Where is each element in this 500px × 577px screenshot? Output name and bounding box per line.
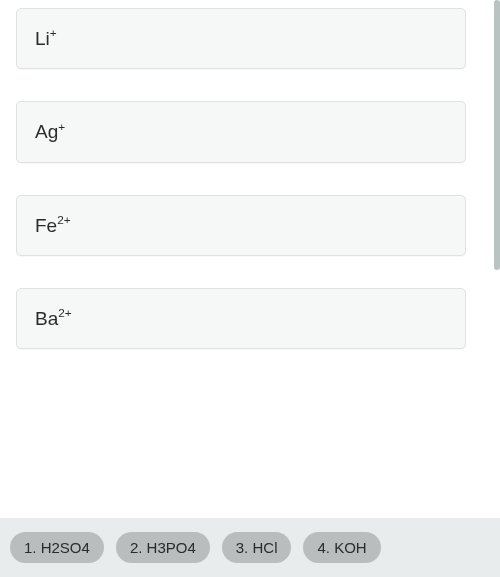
option-chip-4[interactable]: 4. KOH xyxy=(303,532,380,563)
ion-card-fe[interactable]: Fe2+ xyxy=(16,195,466,256)
scrollbar[interactable] xyxy=(494,0,500,270)
ion-charge: + xyxy=(50,26,57,39)
option-formula: KOH xyxy=(334,539,367,556)
option-number: 3. xyxy=(236,539,249,556)
ion-base: Ba xyxy=(35,308,58,329)
drop-zone-area: Li+ Ag+ Fe2+ Ba2+ xyxy=(0,0,500,520)
ion-card-ag[interactable]: Ag+ xyxy=(16,101,466,162)
option-formula: H3PO4 xyxy=(147,539,196,556)
options-bar: 1. H2SO4 2. H3PO4 3. HCl 4. KOH xyxy=(0,518,500,577)
option-number: 2. xyxy=(130,539,143,556)
option-number: 1. xyxy=(24,539,37,556)
option-chip-1[interactable]: 1. H2SO4 xyxy=(10,532,104,563)
ion-charge: 2+ xyxy=(58,306,71,319)
option-formula: H2SO4 xyxy=(41,539,90,556)
ion-charge: + xyxy=(58,120,65,133)
option-formula: HCl xyxy=(252,539,277,556)
option-chip-2[interactable]: 2. H3PO4 xyxy=(116,532,210,563)
option-chip-3[interactable]: 3. HCl xyxy=(222,532,292,563)
option-number: 4. xyxy=(317,539,330,556)
ion-charge: 2+ xyxy=(57,213,70,226)
ion-base: Ag xyxy=(35,122,58,143)
ion-base: Fe xyxy=(35,215,57,236)
ion-base: Li xyxy=(35,28,50,49)
ion-card-li[interactable]: Li+ xyxy=(16,8,466,69)
ion-card-ba[interactable]: Ba2+ xyxy=(16,288,466,349)
